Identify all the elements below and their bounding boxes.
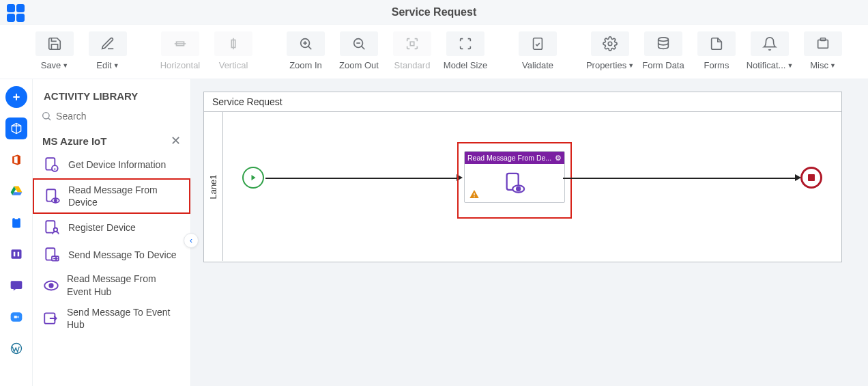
task-read-message-from-device[interactable]: Read Message From De... ⚙ — [464, 151, 565, 203]
eye-icon — [42, 276, 60, 295]
validate-icon — [519, 31, 557, 56]
gear-icon[interactable]: ⚙ — [555, 154, 562, 163]
align-vertical-icon — [214, 31, 252, 56]
activity-read-message-from-device[interactable]: Read Message From Device — [33, 178, 190, 214]
lane-label: Lane1 — [208, 174, 218, 199]
form-data-button[interactable]: Form Data — [639, 31, 688, 70]
svg-rect-12 — [534, 38, 542, 50]
device-user-icon — [42, 218, 61, 237]
svg-point-13 — [608, 42, 612, 46]
svg-point-14 — [659, 38, 669, 42]
sequence-flow[interactable] — [563, 178, 797, 179]
zoom-out-icon — [340, 31, 378, 56]
svg-line-9 — [362, 46, 365, 50]
svg-rect-19 — [12, 218, 20, 228]
process-title[interactable]: Service Request — [204, 92, 841, 112]
properties-label: Properties — [586, 60, 626, 70]
zoom-in-icon — [287, 31, 325, 56]
svg-rect-15 — [818, 40, 828, 49]
add-button[interactable] — [5, 86, 27, 108]
forms-button[interactable]: Forms — [692, 31, 741, 70]
lane-content[interactable]: Read Message From De... ⚙ — [223, 112, 841, 261]
save-button[interactable]: Save▼ — [30, 31, 79, 70]
diagram-body: Lane1 Read Message From De... ⚙ — [204, 112, 841, 261]
start-event[interactable] — [242, 167, 264, 189]
svg-point-40 — [49, 284, 53, 287]
align-horizontal-button[interactable]: Horizontal — [156, 31, 205, 70]
rail-drive-icon[interactable] — [5, 180, 27, 202]
standard-label: Standard — [394, 60, 431, 70]
zoom-in-button[interactable]: Zoom In — [281, 31, 330, 70]
svg-point-34 — [55, 199, 57, 202]
model-size-button[interactable]: Model Size — [441, 31, 490, 70]
task-header: Read Message From De... ⚙ — [465, 152, 564, 164]
svg-rect-23 — [17, 252, 19, 257]
edit-label: Edit — [96, 60, 111, 70]
rail-office-icon[interactable] — [5, 149, 27, 171]
zoom-standard-icon — [393, 31, 431, 56]
sidebar-title: ACTIVITY LIBRARY — [33, 79, 190, 107]
collapse-sidebar-button[interactable]: ‹ — [184, 233, 199, 248]
chevron-down-icon: ▼ — [62, 62, 68, 69]
zoom-in-label: Zoom In — [289, 60, 322, 70]
send-arrow-icon — [42, 309, 60, 328]
save-label: Save — [41, 60, 61, 70]
canvas-area[interactable]: Service Request Lane1 Read Message From … — [191, 79, 868, 386]
rail-wordpress-icon[interactable] — [5, 337, 27, 359]
app-switcher-icon[interactable] — [7, 4, 25, 22]
activity-label: Send Message To Device — [68, 249, 177, 261]
page-title: Service Request — [392, 6, 477, 18]
zoom-standard-button[interactable]: Standard — [388, 31, 437, 70]
activity-send-message-to-event-hub[interactable]: Send Message To Event Hub — [33, 302, 190, 335]
sequence-flow[interactable] — [265, 178, 459, 179]
notifications-label: Notificat... — [747, 60, 786, 70]
zoom-out-label: Zoom Out — [339, 60, 379, 70]
notifications-button[interactable]: Notificat...▼ — [745, 31, 794, 70]
stop-icon — [808, 174, 815, 181]
activity-register-device[interactable]: Register Device — [33, 214, 190, 241]
svg-rect-46 — [474, 196, 474, 197]
device-send-icon — [42, 245, 61, 264]
search-input[interactable] — [56, 111, 182, 122]
edit-button[interactable]: Edit▼ — [83, 31, 132, 70]
misc-button[interactable]: Misc▼ — [798, 31, 848, 70]
left-rail — [0, 79, 33, 386]
search-icon — [41, 110, 52, 122]
lane-label-column[interactable]: Lane1 — [204, 112, 223, 261]
svg-line-27 — [48, 118, 50, 120]
end-event[interactable] — [800, 167, 822, 189]
align-vertical-button[interactable]: Vertical — [209, 31, 258, 70]
category-header: MS Azure IoT ✕ — [33, 129, 190, 151]
toolbar: Save▼ Edit▼ Horizontal Vertical Zoom In … — [0, 25, 868, 79]
activity-label: Send Message To Event Hub — [67, 306, 181, 331]
edit-icon — [89, 31, 127, 56]
chevron-down-icon: ▼ — [628, 62, 634, 69]
device-info-icon — [42, 155, 61, 174]
validate-button[interactable]: Validate — [513, 31, 562, 70]
rail-layout-icon[interactable] — [5, 243, 27, 265]
chevron-left-icon: ‹ — [190, 236, 192, 245]
zoom-out-button[interactable]: Zoom Out — [334, 31, 384, 70]
close-icon[interactable]: ✕ — [171, 135, 181, 147]
rail-zoom-icon[interactable] — [5, 306, 27, 328]
rail-activity-library[interactable] — [5, 118, 27, 139]
chevron-down-icon: ▼ — [830, 62, 836, 69]
svg-rect-21 — [11, 249, 21, 258]
search-row — [33, 107, 190, 129]
main: ACTIVITY LIBRARY MS Azure IoT ✕ Get Devi… — [0, 79, 868, 386]
activity-send-message-to-device[interactable]: Send Message To Device — [33, 241, 190, 268]
svg-point-29 — [52, 165, 58, 171]
bell-icon — [751, 31, 789, 56]
svg-rect-16 — [820, 38, 825, 41]
gear-icon — [591, 31, 629, 56]
activity-get-device-information[interactable]: Get Device Information — [33, 151, 190, 178]
rail-clipboard-icon[interactable] — [5, 212, 27, 234]
svg-rect-22 — [13, 252, 14, 257]
device-eye-icon — [44, 187, 61, 206]
svg-rect-45 — [474, 193, 474, 195]
svg-line-5 — [308, 46, 312, 50]
rail-chat-icon[interactable] — [5, 275, 27, 297]
activity-read-message-from-event-hub[interactable]: Read Message From Event Hub — [33, 268, 190, 301]
validate-label: Validate — [522, 60, 553, 70]
properties-button[interactable]: Properties▼ — [585, 31, 635, 70]
